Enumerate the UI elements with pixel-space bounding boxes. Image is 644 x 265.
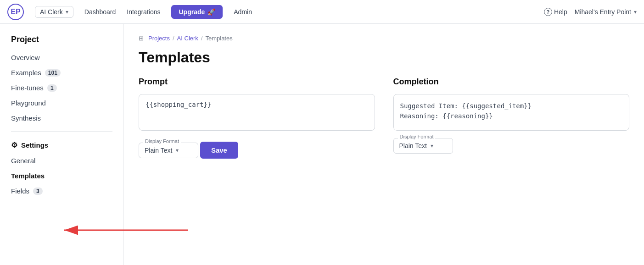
completion-display-format-value: Plain Text [399, 142, 427, 149]
sidebar-item-label: Overview [11, 54, 40, 61]
workspace-selector[interactable]: AI Clerk ▾ [35, 6, 73, 18]
prompt-column: Prompt {{shopping_cart}} Display Format … [139, 77, 375, 159]
completion-format-chevron: ▾ [431, 143, 433, 149]
prompt-display-format-value: Plain Text [145, 147, 172, 154]
sidebar-item-label: Playground [11, 99, 46, 107]
completion-textarea[interactable]: Suggested Item: {{suggested_item}} Reaso… [393, 94, 630, 131]
gear-icon: ⚙ [11, 141, 17, 149]
sidebar: Project Overview Examples 101 Fine-tunes… [0, 24, 124, 265]
completion-display-format-label: Display Format [398, 134, 436, 139]
page-title: Templates [139, 49, 629, 66]
right-nav: ? Help Mihael's Entry Point ▾ [544, 8, 637, 16]
prompt-display-format-wrapper: Display Format Plain Text ▾ [139, 143, 198, 158]
nav-integrations[interactable]: Integrations [127, 8, 160, 16]
prompt-textarea[interactable]: {{shopping_cart}} [139, 94, 375, 131]
sidebar-item-templates[interactable]: Templates [0, 168, 123, 183]
user-name: Mihael's Entry Point [575, 8, 631, 16]
sidebar-item-label: General [11, 157, 35, 165]
sidebar-item-general[interactable]: General [0, 153, 123, 168]
top-nav: EP AI Clerk ▾ Dashboard Integrations Upg… [0, 0, 644, 24]
prompt-display-format-select[interactable]: Plain Text ▾ [139, 143, 198, 158]
completion-line1: Suggested Item: {{suggested_item}} [400, 101, 623, 111]
completion-title: Completion [393, 77, 630, 87]
sidebar-item-fields[interactable]: Fields 3 [0, 183, 123, 199]
fine-tunes-badge: 1 [47, 84, 57, 92]
user-menu[interactable]: Mihael's Entry Point ▾ [575, 8, 637, 16]
layout: Project Overview Examples 101 Fine-tunes… [0, 24, 644, 265]
template-columns: Prompt {{shopping_cart}} Display Format … [139, 77, 629, 159]
breadcrumb: ⊞ Projects / AI Clerk / Templates [139, 35, 629, 42]
prompt-format-chevron: ▾ [176, 147, 179, 154]
sidebar-item-label: Fine-tunes [11, 84, 44, 92]
sidebar-item-fine-tunes[interactable]: Fine-tunes 1 [0, 80, 123, 95]
breadcrumb-projects[interactable]: Projects [148, 35, 170, 42]
sidebar-item-playground[interactable]: Playground [0, 95, 123, 110]
help-link[interactable]: ? Help [544, 8, 567, 16]
prompt-title: Prompt [139, 77, 375, 87]
app-logo: EP [7, 4, 24, 20]
user-chevron: ▾ [634, 9, 637, 15]
workspace-name: AI Clerk [40, 8, 63, 16]
upgrade-button[interactable]: Upgrade 🚀 [171, 5, 223, 19]
sidebar-item-label: Templates [11, 172, 45, 180]
breadcrumb-current: Templates [205, 35, 232, 42]
sidebar-item-label: Fields [11, 187, 29, 195]
sidebar-settings-title: ⚙ Settings [0, 137, 123, 153]
sidebar-item-label: Examples [11, 69, 41, 77]
save-button[interactable]: Save [200, 142, 238, 159]
nav-dashboard[interactable]: Dashboard [84, 8, 116, 16]
logo-area: EP [7, 4, 24, 20]
main-content: ⊞ Projects / AI Clerk / Templates Templa… [124, 24, 644, 265]
completion-column: Completion Suggested Item: {{suggested_i… [393, 77, 630, 159]
nav-links: Dashboard Integrations Upgrade 🚀 Admin [84, 5, 533, 19]
nav-admin[interactable]: Admin [234, 8, 252, 16]
sidebar-divider [11, 131, 112, 132]
sidebar-item-examples[interactable]: Examples 101 [0, 65, 123, 80]
breadcrumb-sep1: / [173, 35, 174, 42]
rocket-icon: 🚀 [207, 8, 215, 16]
help-icon: ? [544, 8, 552, 16]
fields-badge: 3 [33, 188, 43, 195]
sidebar-item-overview[interactable]: Overview [0, 50, 123, 65]
workspace-chevron: ▾ [66, 9, 68, 15]
sidebar-item-synthesis[interactable]: Synthesis [0, 110, 123, 126]
sidebar-item-label: Synthesis [11, 114, 41, 122]
sidebar-project-title: Project [0, 35, 123, 50]
prompt-display-format-label: Display Format [143, 138, 181, 144]
completion-display-format-select[interactable]: Plain Text ▾ [393, 138, 453, 154]
examples-badge: 101 [45, 69, 61, 77]
completion-line2: Reasoning: {{reasoning}} [400, 111, 623, 121]
breadcrumb-icon: ⊞ [139, 35, 144, 42]
breadcrumb-workspace[interactable]: AI Clerk [177, 35, 198, 42]
breadcrumb-sep2: / [201, 35, 203, 42]
completion-display-format-wrapper: Display Format Plain Text ▾ [393, 138, 453, 154]
